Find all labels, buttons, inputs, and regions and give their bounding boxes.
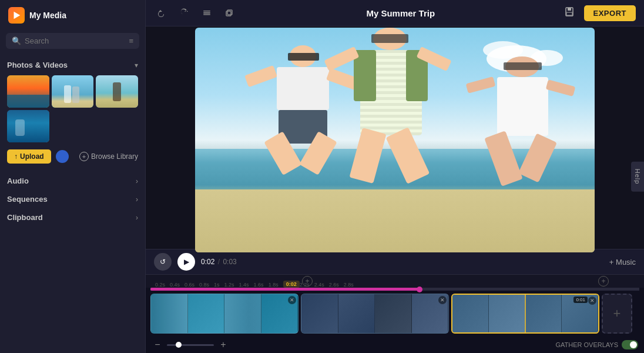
zoom-thumb[interactable]: [176, 342, 182, 348]
video-preview-area: [146, 26, 644, 249]
add-music-button[interactable]: + Music: [609, 258, 636, 267]
chevron-right-icon: ›: [136, 177, 138, 185]
svg-rect-8: [566, 12, 572, 15]
clip-segment: [525, 295, 562, 332]
duplicate-button[interactable]: [221, 5, 237, 21]
zoom-controls: − +: [152, 339, 229, 351]
playhead-line: [525, 295, 526, 332]
ruler-mark-current: 0:02: [283, 281, 300, 288]
section-actions: ↑ Upload + Browse Library: [7, 147, 138, 168]
current-time: 0:02: [201, 258, 214, 266]
svg-rect-3: [203, 14, 210, 15]
play-button[interactable]: ▶: [177, 253, 195, 271]
section-sequences[interactable]: Sequences ›: [0, 190, 145, 208]
timeline-bottom: − + GATHER OVERLAYS: [146, 337, 644, 353]
record-button[interactable]: [56, 150, 69, 163]
clip-segment: [452, 295, 489, 332]
filter-icon[interactable]: ≡: [129, 36, 133, 45]
svg-rect-5: [227, 10, 232, 15]
add-section-left-button[interactable]: +: [302, 276, 313, 287]
sunglasses: [504, 62, 542, 69]
playback-bar: ↺ ▶ 0:02 / 0:03 + Music: [146, 249, 644, 274]
ruler-mark: 0.8s: [199, 282, 214, 288]
clip-segment: [151, 294, 188, 333]
clip-remove-button[interactable]: ✕: [288, 296, 296, 304]
leg-left: [350, 128, 387, 184]
zoom-out-button[interactable]: −: [152, 339, 163, 351]
restart-button[interactable]: ↺: [154, 253, 172, 271]
sunglasses: [288, 53, 318, 61]
ruler-mark: 1.8s: [269, 282, 283, 288]
timeline-clip-selected[interactable]: ✕ 0:01 0:02: [451, 294, 599, 334]
clip-remove-button[interactable]: ✕: [588, 297, 596, 305]
sidebar-title: My Media: [29, 11, 66, 20]
browse-icon: +: [79, 152, 89, 161]
timeline-tracks: ✕ ✕: [146, 291, 644, 337]
sidebar-resize-handle[interactable]: [142, 0, 148, 353]
browse-library-button[interactable]: + Browse Library: [79, 152, 138, 161]
beach-sand: [195, 189, 595, 252]
search-input[interactable]: [25, 36, 125, 45]
export-button[interactable]: EXPORT: [584, 5, 636, 21]
section-title-photos: Photos & Videos: [7, 61, 68, 69]
save-icon: [564, 6, 575, 17]
timeline-area: + 0.2s 0.4s 0.6s 0.8s 1s 1.2s 1.4s 1.6s …: [146, 274, 644, 353]
sidebar-header: My Media: [0, 0, 145, 31]
add-clip-button[interactable]: +: [602, 294, 632, 334]
cut-button[interactable]: [199, 5, 215, 21]
undo-icon: [157, 8, 167, 18]
svg-rect-2: [203, 11, 210, 12]
chevron-right-icon: ›: [136, 214, 138, 222]
clip-segment: [338, 294, 375, 333]
add-section-right-button[interactable]: +: [598, 276, 609, 287]
photo-thumbnail[interactable]: [52, 75, 94, 108]
toggle-thumb: [630, 341, 637, 348]
time-separator: /: [218, 258, 220, 266]
logo-icon: [11, 10, 22, 21]
time-display: 0:02 / 0:03: [201, 258, 237, 266]
clip-segment: [188, 294, 225, 333]
clip-thumbnails: [151, 294, 298, 333]
undo-button[interactable]: [154, 5, 170, 21]
ruler-mark: 0.6s: [185, 282, 199, 288]
ruler-mark: 2.6s: [329, 282, 344, 288]
section-photos-videos: Photos & Videos ▾: [0, 54, 145, 172]
ruler-mark: 1s: [214, 282, 224, 288]
search-bar[interactable]: 🔍 ≡: [6, 33, 139, 49]
save-button[interactable]: [564, 6, 575, 20]
gather-overlays-label: GATHER OVERLAYS: [555, 341, 618, 348]
leg-right: [518, 133, 557, 182]
clip-thumbnails: [301, 294, 448, 333]
section-header-photos[interactable]: Photos & Videos ▾: [7, 57, 138, 73]
timeline-clip[interactable]: ✕: [150, 294, 298, 334]
ruler-mark: 2.8s: [344, 282, 358, 288]
redo-button[interactable]: [176, 5, 193, 21]
section-title-sequences: Sequences: [7, 195, 48, 204]
zoom-in-button[interactable]: +: [217, 339, 229, 351]
clip-remove-button[interactable]: ✕: [438, 296, 447, 304]
section-clipboard[interactable]: Clipboard ›: [0, 208, 145, 227]
timeline-clip[interactable]: ✕: [301, 294, 449, 334]
section-title-clipboard: Clipboard: [7, 213, 43, 222]
sidebar: My Media 🔍 ≡ Photos & Videos ▾: [0, 0, 146, 353]
zoom-slider[interactable]: [167, 344, 214, 346]
chevron-right-icon: ›: [136, 195, 138, 204]
clip-segment: [375, 294, 412, 333]
ruler-mark: 0.2s: [155, 282, 170, 288]
upload-icon: ↑: [14, 152, 18, 161]
upload-button[interactable]: ↑ Upload: [7, 149, 51, 164]
leg-left: [484, 131, 523, 187]
gather-overlays-toggle[interactable]: [622, 340, 638, 349]
ruler-mark: 1.6s: [254, 282, 269, 288]
help-button[interactable]: Help: [631, 162, 644, 192]
photo-thumbnail[interactable]: [7, 75, 49, 108]
ruler-mark: 2.4s: [314, 282, 329, 288]
section-audio[interactable]: Audio ›: [0, 172, 145, 190]
top-bar: My Summer Trip EXPORT: [146, 0, 644, 26]
photos-grid: [7, 73, 138, 147]
gather-overlays: GATHER OVERLAYS: [555, 340, 638, 349]
photo-thumbnail[interactable]: [7, 110, 49, 142]
svg-rect-1: [203, 12, 210, 14]
photo-thumbnail[interactable]: [96, 75, 138, 108]
svg-rect-4: [226, 11, 231, 16]
